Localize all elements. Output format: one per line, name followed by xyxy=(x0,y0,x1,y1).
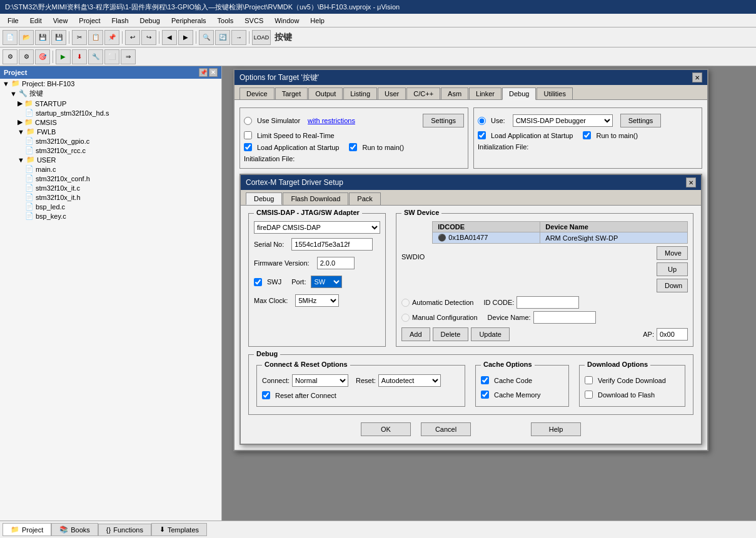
run-to-main-cb-left[interactable] xyxy=(349,143,357,151)
tree-bsp-key[interactable]: 📄 bsp_key.c xyxy=(0,211,221,221)
menu-view[interactable]: View xyxy=(48,16,73,26)
find-btn[interactable]: 🔍 xyxy=(199,30,214,45)
cortex-close-btn[interactable]: ✕ xyxy=(686,177,696,187)
tab-asm[interactable]: Asm xyxy=(441,87,468,99)
undo-btn[interactable]: ↩ xyxy=(125,30,140,45)
tab-target[interactable]: Target xyxy=(275,87,308,99)
auto-detect-radio[interactable] xyxy=(401,299,410,307)
run-to-main-cb-right[interactable] xyxy=(583,131,591,139)
menu-flash[interactable]: Flash xyxy=(107,16,134,26)
tree-cmsis[interactable]: ▶ 📁 CMSIS xyxy=(0,117,221,127)
tree-it-c[interactable]: 📄 stm32f10x_it.c xyxy=(0,183,221,192)
cut-btn[interactable]: ✂ xyxy=(72,30,87,45)
load-btn[interactable]: LOAD xyxy=(252,30,271,45)
tree-startup-file[interactable]: 📄 startup_stm32f10x_hd.s xyxy=(0,108,221,117)
options-dialog-close[interactable]: ✕ xyxy=(692,72,702,82)
status-tab-functions[interactable]: {} Functions xyxy=(98,524,151,536)
build-all-btn[interactable]: ⚙ xyxy=(19,49,34,64)
debugger-select[interactable]: CMSIS-DAP Debugger xyxy=(513,114,613,127)
copy-btn[interactable]: 📋 xyxy=(88,30,103,45)
menu-file[interactable]: File xyxy=(3,16,24,26)
menu-svcs[interactable]: SVCS xyxy=(239,16,268,26)
tree-bsp-led[interactable]: 📄 bsp_led.c xyxy=(0,202,221,211)
table-row[interactable]: ⚫ 0x1BA01477 ARM CoreSight SW-DP xyxy=(433,232,688,244)
tab-user[interactable]: User xyxy=(378,87,406,99)
tree-project[interactable]: ▼ 📁 Project: BH-F103 xyxy=(0,79,221,88)
menu-window[interactable]: Window xyxy=(270,16,304,26)
tab-device[interactable]: Device xyxy=(239,87,275,99)
verify-code-cb[interactable] xyxy=(585,376,593,384)
download-btn[interactable]: ⬇ xyxy=(72,49,87,64)
menu-tools[interactable]: Tools xyxy=(213,16,239,26)
simulator-radio[interactable] xyxy=(244,117,252,125)
reset-select[interactable]: Autodetect xyxy=(378,374,441,387)
new-btn[interactable]: 📄 xyxy=(3,30,18,45)
tree-gpio[interactable]: 📄 stm32f10x_gpio.c xyxy=(0,136,221,146)
swj-cb[interactable] xyxy=(254,278,262,286)
ap-input[interactable] xyxy=(657,328,688,341)
down-btn[interactable]: Down xyxy=(657,279,688,292)
menu-debug[interactable]: Debug xyxy=(135,16,165,26)
stop-btn[interactable]: ⬜ xyxy=(104,49,119,64)
tree-startup[interactable]: ▶ 📁 STARTUP xyxy=(0,99,221,108)
tree-rcc[interactable]: 📄 stm32f10x_rcc.c xyxy=(0,146,221,155)
tab-output[interactable]: Output xyxy=(308,87,343,99)
tab-cpp[interactable]: C/C++ xyxy=(406,87,440,99)
load-app-cb-left[interactable] xyxy=(244,143,252,151)
tree-bh-f103[interactable]: ▼ 🔧 按键 xyxy=(0,88,221,99)
tree-main[interactable]: 📄 main.c xyxy=(0,164,221,174)
target-btn[interactable]: 🎯 xyxy=(35,49,50,64)
menu-help[interactable]: Help xyxy=(305,16,330,26)
tab-utilities[interactable]: Utilities xyxy=(537,87,572,99)
status-tab-project[interactable]: 📁 Project xyxy=(3,523,51,536)
connect-select[interactable]: Normal xyxy=(292,374,348,387)
save-btn[interactable]: 💾 xyxy=(35,30,50,45)
build-btn[interactable]: ⚙ xyxy=(3,49,18,64)
sidebar-close-btn[interactable]: ✕ xyxy=(209,68,218,77)
menu-peripherals[interactable]: Peripherals xyxy=(166,16,211,26)
up-btn[interactable]: Up xyxy=(657,262,688,276)
sidebar-pin-btn[interactable]: 📌 xyxy=(199,68,208,77)
cancel-btn[interactable]: Cancel xyxy=(421,422,471,436)
tree-it-h[interactable]: 📄 stm32f10x_it.h xyxy=(0,192,221,202)
cortex-tab-pack[interactable]: Pack xyxy=(349,192,380,205)
tab-listing[interactable]: Listing xyxy=(343,87,377,99)
cache-memory-cb[interactable] xyxy=(481,391,489,399)
ok-btn[interactable]: OK xyxy=(361,422,411,436)
tab-debug[interactable]: Debug xyxy=(502,87,536,100)
debug-btn[interactable]: 🔧 xyxy=(88,49,103,64)
status-tab-templates[interactable]: ⬇ Templates xyxy=(151,523,207,536)
tree-user[interactable]: ▼ 📁 USER xyxy=(0,155,221,164)
id-code-input[interactable] xyxy=(517,296,579,309)
save-all-btn[interactable]: 💾 xyxy=(51,30,66,45)
tab-linker[interactable]: Linker xyxy=(469,87,501,99)
port-select[interactable]: SW JTAG xyxy=(311,276,342,288)
redo-btn[interactable]: ↪ xyxy=(141,30,156,45)
cache-code-cb[interactable] xyxy=(481,376,489,384)
delete-btn[interactable]: Delete xyxy=(433,327,469,341)
load-app-cb-right[interactable] xyxy=(478,131,486,139)
indent-btn[interactable]: → xyxy=(231,30,246,45)
status-tab-books[interactable]: 📚 Books xyxy=(51,523,98,536)
replace-btn[interactable]: 🔄 xyxy=(215,30,230,45)
help-btn[interactable]: Help xyxy=(531,422,581,436)
cortex-tab-flash[interactable]: Flash Download xyxy=(283,192,348,205)
tree-fwlb[interactable]: ▼ 📁 FWLB xyxy=(0,127,221,136)
paste-btn[interactable]: 📌 xyxy=(104,30,119,45)
update-btn[interactable]: Update xyxy=(471,327,509,341)
download-flash-cb[interactable] xyxy=(585,391,593,399)
serial-no-input[interactable] xyxy=(291,238,373,251)
menu-project[interactable]: Project xyxy=(74,16,105,26)
use-radio[interactable] xyxy=(478,117,486,125)
device-name-input[interactable] xyxy=(533,311,596,324)
nav-fwd-btn[interactable]: ▶ xyxy=(178,30,193,45)
manual-config-radio[interactable] xyxy=(401,314,410,322)
settings-btn-left[interactable]: Settings xyxy=(423,114,464,127)
cortex-tab-debug[interactable]: Debug xyxy=(246,192,282,205)
firmware-input[interactable] xyxy=(317,257,355,269)
settings-btn-right[interactable]: Settings xyxy=(620,114,662,127)
reset-after-connect-cb[interactable] xyxy=(262,391,270,399)
adapter-select[interactable]: fireDAP CMSIS-DAP xyxy=(254,221,380,234)
move-btn[interactable]: Move xyxy=(657,246,688,260)
open-btn[interactable]: 📂 xyxy=(19,30,34,45)
